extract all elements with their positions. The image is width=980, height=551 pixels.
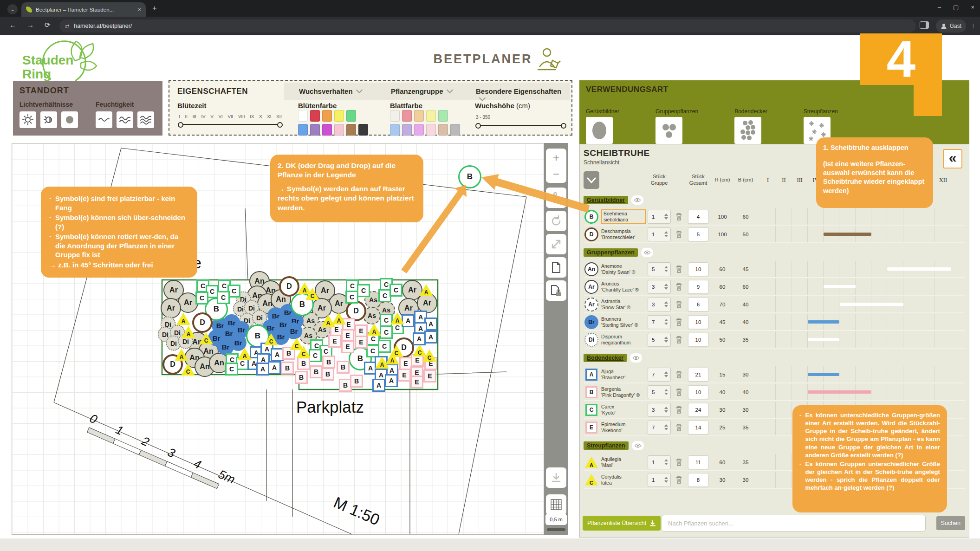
plant-name[interactable]: Epimedium'Akebono' bbox=[601, 421, 646, 433]
plant-name[interactable]: Boehmeriasieboldiana bbox=[601, 209, 646, 223]
resize-tool-button[interactable] bbox=[546, 234, 566, 254]
plant-symbol[interactable]: D bbox=[584, 227, 598, 241]
trash-icon[interactable] bbox=[675, 476, 682, 484]
color-swatch[interactable] bbox=[334, 124, 344, 136]
trash-icon[interactable] bbox=[675, 213, 682, 220]
delete-plant-button[interactable] bbox=[673, 406, 685, 414]
plant-symbol-bp[interactable]: B bbox=[350, 375, 363, 388]
plant-symbol-bring[interactable]: B bbox=[458, 165, 481, 188]
plant-symbol-ab[interactable]: A bbox=[372, 379, 385, 392]
plant-name[interactable]: Carex'Kyoto' bbox=[601, 404, 646, 415]
trash-icon[interactable] bbox=[675, 318, 682, 326]
lock-page-button[interactable] bbox=[546, 280, 566, 301]
color-swatch[interactable] bbox=[346, 124, 356, 136]
color-swatch[interactable] bbox=[358, 124, 368, 136]
reload-icon[interactable]: ⟳ bbox=[45, 21, 51, 29]
url-field[interactable]: ⇄ hameter.at/beetplaner/ bbox=[59, 19, 916, 32]
group-chip[interactable]: Gruppenpflanzen bbox=[584, 248, 638, 257]
group-size-stepper[interactable]: 1 bbox=[648, 455, 671, 469]
plant-symbol[interactable]: Ar bbox=[584, 298, 598, 311]
group-chip[interactable]: Streupflanzen bbox=[584, 441, 629, 450]
group-chip[interactable]: Bodendecker bbox=[584, 354, 627, 362]
plant-symbol[interactable]: C bbox=[585, 474, 598, 486]
eye-icon[interactable] bbox=[632, 441, 644, 450]
grid-toggle-button[interactable] bbox=[546, 494, 566, 515]
trash-icon[interactable] bbox=[675, 336, 682, 344]
plant-symbol-ab[interactable]: A bbox=[271, 348, 284, 361]
side-panel-icon[interactable] bbox=[920, 21, 929, 29]
group-size-stepper[interactable]: 7 bbox=[648, 368, 671, 382]
trash-icon[interactable] bbox=[675, 283, 682, 291]
color-swatch[interactable] bbox=[322, 110, 332, 122]
plant-symbol-cg[interactable]: C bbox=[389, 284, 402, 297]
plant-symbol[interactable]: Br bbox=[584, 315, 598, 329]
table-row[interactable]: Ar Aruncus'Chantilly Lace' ® 3 9 60 60 bbox=[584, 279, 965, 296]
table-row[interactable]: A Ajuga'Braunherz' 7 21 15 30 bbox=[584, 366, 965, 383]
plant-symbol-bp[interactable]: B bbox=[322, 356, 335, 369]
plant-symbol-br[interactable]: Br bbox=[217, 338, 234, 355]
group-chip[interactable]: Gerüstbildner bbox=[584, 196, 628, 204]
dot-cluster-icon[interactable] bbox=[734, 117, 761, 144]
plant-symbol-bp[interactable]: B bbox=[310, 365, 323, 378]
table-row[interactable]: An Anemone'Dainty Swan' ® 5 10 60 45 bbox=[584, 261, 965, 278]
trash-icon[interactable] bbox=[675, 388, 682, 396]
select-tool-button[interactable] bbox=[546, 188, 566, 208]
delete-plant-button[interactable] bbox=[673, 213, 685, 220]
plant-name[interactable]: Bergenia'Pink Dragonfly' ® bbox=[601, 386, 646, 397]
plant-name[interactable]: Anemone'Dainty Swan' ® bbox=[601, 263, 646, 274]
plant-symbol-ab[interactable]: A bbox=[268, 361, 281, 374]
group-size-stepper[interactable]: 5 bbox=[648, 385, 671, 399]
plant-symbol-ay[interactable]: A bbox=[367, 324, 381, 336]
trash-icon[interactable] bbox=[675, 423, 682, 431]
wuchshoehe-slider[interactable] bbox=[477, 125, 565, 126]
plant-symbol-ep[interactable]: E bbox=[423, 369, 436, 382]
plant-symbol-bp[interactable]: B bbox=[321, 368, 334, 381]
browser-menu-icon[interactable]: ⋮ bbox=[970, 22, 976, 29]
plant-symbol-bp[interactable]: B bbox=[295, 371, 308, 384]
back-icon[interactable]: ← bbox=[9, 21, 16, 29]
delete-plant-button[interactable] bbox=[673, 318, 685, 326]
three-dots-icon[interactable] bbox=[655, 117, 682, 144]
plant-symbol-cg[interactable]: C bbox=[217, 291, 230, 304]
zoom-control[interactable]: + − bbox=[546, 149, 566, 183]
table-row[interactable]: Ar Astrantia'Snow Star' ® 3 6 70 40 bbox=[584, 296, 965, 313]
select-all-checkbox[interactable] bbox=[584, 171, 599, 189]
dropdown-wuchsverhalten[interactable]: Wuchsverhalten bbox=[299, 87, 362, 95]
delete-plant-button[interactable] bbox=[673, 336, 685, 344]
plant-name[interactable]: Ajuga'Braunherz' bbox=[601, 369, 646, 380]
plant-symbol[interactable]: Ar bbox=[584, 280, 598, 294]
plant-symbol-bp[interactable]: B bbox=[297, 357, 310, 370]
color-swatch[interactable] bbox=[334, 110, 344, 122]
plant-symbol-ep[interactable]: E bbox=[355, 336, 368, 349]
delete-plant-button[interactable] bbox=[673, 423, 685, 431]
color-swatch[interactable] bbox=[298, 110, 308, 122]
plant-name[interactable]: Deschampsia'Bronzeschleier' bbox=[601, 228, 646, 240]
collapse-panel-button[interactable]: « bbox=[943, 149, 962, 169]
toolbar-scroll-handle[interactable] bbox=[547, 528, 565, 531]
download-plan-button[interactable] bbox=[546, 467, 566, 488]
plant-search-input[interactable] bbox=[661, 515, 926, 532]
shade-icon[interactable] bbox=[61, 111, 78, 128]
delete-plant-button[interactable] bbox=[673, 265, 685, 273]
trash-icon[interactable] bbox=[675, 458, 682, 466]
plant-symbol[interactable]: A bbox=[585, 369, 597, 381]
plant-symbol-bp[interactable]: B bbox=[281, 362, 294, 375]
color-swatch[interactable] bbox=[414, 124, 424, 136]
plant-symbol-cg[interactable]: C bbox=[357, 284, 370, 297]
group-size-stepper[interactable]: 1 bbox=[648, 473, 671, 487]
plant-symbol-ep[interactable]: E bbox=[341, 340, 354, 353]
plant-symbol[interactable]: A bbox=[585, 457, 598, 468]
tab-search-chevron-icon[interactable]: ⌄ bbox=[7, 4, 18, 14]
three-waves-icon[interactable] bbox=[137, 111, 154, 128]
plant-symbol-ar[interactable]: Ar bbox=[161, 298, 181, 318]
plant-symbol-cg[interactable]: C bbox=[309, 349, 322, 362]
one-wave-icon[interactable] bbox=[96, 111, 112, 128]
eye-icon[interactable] bbox=[630, 353, 642, 363]
eye-icon[interactable] bbox=[631, 195, 643, 205]
new-tab-button[interactable]: + bbox=[152, 4, 157, 13]
trash-icon[interactable] bbox=[675, 406, 682, 414]
color-swatch[interactable] bbox=[450, 124, 460, 136]
plant-symbol-cg[interactable]: C bbox=[195, 292, 208, 305]
plant-symbol[interactable]: An bbox=[584, 262, 598, 276]
plant-symbol[interactable]: E bbox=[585, 421, 597, 434]
